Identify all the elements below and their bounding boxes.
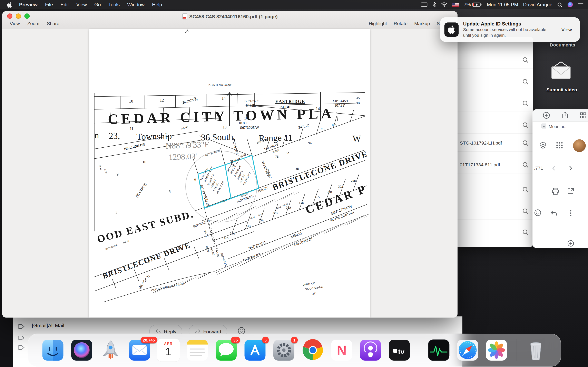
add-task-icon[interactable] — [567, 240, 575, 249]
browser-tab[interactable]: Mountai... — [541, 124, 568, 129]
apple-menu[interactable] — [4, 1, 15, 8]
zoom-icon[interactable] — [522, 140, 529, 148]
attachment-row[interactable] — [454, 75, 533, 90]
zoom-icon[interactable] — [522, 162, 529, 170]
dock-app-store[interactable]: 6 — [243, 338, 267, 362]
dock-calendar[interactable]: APR1 — [157, 338, 180, 362]
menu-edit[interactable]: Edit — [57, 2, 73, 8]
zoom-icon[interactable] — [522, 57, 529, 65]
input-language-flag-icon[interactable] — [452, 2, 459, 7]
attachment-row[interactable] — [454, 53, 533, 68]
dock-tv[interactable]: tv — [388, 338, 411, 362]
dock-messages[interactable]: 35 — [215, 338, 238, 362]
download-icon[interactable] — [543, 111, 550, 120]
notification-view-button[interactable]: View — [553, 17, 580, 42]
share-tool[interactable]: Share — [47, 21, 59, 26]
fast-user-switch[interactable]: David Araque — [523, 2, 552, 8]
menu-file[interactable]: File — [41, 2, 57, 8]
title-bar[interactable]: SC458 C4S 824040116160.pdf (1 page) View… — [2, 11, 458, 29]
pdf-viewport[interactable]: 23-36-11-NW-5W.pdfCEDAR CITY TOWN PLAn23… — [2, 29, 458, 317]
dock-news[interactable]: N — [330, 338, 353, 362]
dock-photos[interactable] — [485, 338, 508, 362]
map-label: 23, — [109, 131, 120, 141]
siri-menu-icon[interactable] — [567, 2, 573, 8]
desktop-file-envelope-icon[interactable] — [550, 61, 572, 81]
zoom-icon[interactable] — [522, 208, 529, 216]
markup-tool[interactable]: Markup — [414, 21, 430, 26]
map-label: 3 — [116, 210, 117, 214]
zoom-icon[interactable] — [522, 187, 529, 194]
attachment-row[interactable] — [454, 183, 533, 198]
zoom-icon[interactable] — [522, 100, 529, 108]
dock-podcasts[interactable] — [359, 338, 382, 362]
chevron-left-icon[interactable] — [550, 165, 557, 173]
map-label: S67°30'25"W — [205, 149, 220, 157]
chevron-right-icon[interactable] — [567, 165, 574, 173]
dock-system-settings[interactable]: 1 — [272, 338, 295, 362]
zoom-icon[interactable] — [522, 79, 529, 87]
apps-grid-icon[interactable] — [556, 142, 563, 150]
map-label: 10 — [129, 99, 133, 103]
dock-chrome[interactable] — [301, 338, 324, 362]
bluetooth-icon[interactable] — [432, 2, 436, 8]
notification-banner[interactable]: Update Apple ID Settings Some account se… — [440, 17, 580, 42]
rotate-tool[interactable]: Rotate — [394, 21, 407, 26]
display-icon[interactable] — [421, 2, 427, 7]
map-label: 35.46' — [99, 165, 102, 170]
map-label: 547.21' — [246, 104, 256, 107]
open-in-new-icon[interactable] — [567, 187, 575, 196]
wifi-icon[interactable] — [441, 2, 447, 7]
map-label: 98.96' — [210, 248, 215, 256]
menu-view[interactable]: View — [72, 2, 90, 8]
map-label: S67°30'25"W — [240, 126, 259, 129]
attachment-row[interactable] — [454, 118, 533, 133]
dock-safari[interactable] — [456, 338, 479, 362]
zoom-icon[interactable] — [522, 122, 529, 130]
more-vert-icon[interactable] — [568, 210, 574, 218]
avatar[interactable] — [573, 139, 586, 152]
menu-clock[interactable]: Mon 11:05 PM — [487, 2, 518, 8]
menu-tools[interactable]: Tools — [104, 2, 123, 8]
dock-siri[interactable] — [70, 338, 93, 362]
map-label: 5 — [169, 190, 171, 194]
calendar-month: APR — [157, 342, 180, 346]
map-label: 1405'(DEED) — [293, 237, 313, 247]
attachment-row[interactable] — [454, 205, 533, 220]
map-label: 14 — [316, 106, 320, 111]
dock-notes[interactable] — [186, 338, 209, 362]
attachment-row[interactable]: STG-101792-LH.pdf — [454, 136, 533, 152]
dock-launchpad[interactable] — [99, 338, 122, 362]
attachment-row[interactable] — [454, 97, 533, 112]
spotlight-search-icon[interactable] — [557, 2, 562, 7]
dock-finder[interactable] — [41, 338, 65, 362]
map-label: N67°28'15"E — [248, 240, 267, 250]
notification-body: Some account services will not be availa… — [463, 27, 553, 38]
reply-icon[interactable] — [550, 209, 558, 219]
zoom-tool[interactable]: Zoom — [27, 21, 39, 26]
desktop-stack-documents[interactable]: Documents — [545, 42, 580, 48]
share-icon[interactable] — [562, 111, 569, 120]
map-label: 8B — [295, 167, 299, 170]
settings-gear-icon[interactable] — [539, 141, 548, 151]
attachment-row[interactable]: 01T171334.811.pdf — [454, 158, 533, 173]
menu-go[interactable]: Go — [91, 2, 105, 8]
battery-status[interactable]: 7% — [464, 2, 482, 8]
window-title: SC458 C4S 824040116160.pdf (1 page) — [189, 14, 278, 19]
desktop-file-summit-video[interactable]: Summit video — [544, 87, 580, 92]
dock-mail[interactable]: 28,745 — [128, 338, 151, 362]
grid-view-icon[interactable] — [579, 111, 587, 120]
zoom-icon[interactable] — [522, 229, 529, 237]
attachment-row[interactable] — [454, 225, 533, 240]
dock-monitor-app[interactable] — [427, 338, 450, 362]
map-label: 16 — [244, 116, 248, 120]
print-icon[interactable] — [551, 187, 559, 197]
menu-window[interactable]: Window — [123, 2, 148, 8]
highlight-tool[interactable]: Highlight — [369, 21, 387, 26]
dock-trash[interactable] — [524, 338, 548, 362]
map-label: n — [95, 130, 99, 140]
notification-center-icon[interactable] — [578, 2, 584, 7]
menu-app-name[interactable]: Preview — [15, 2, 41, 8]
view-tool[interactable]: View — [10, 21, 20, 26]
emoji-icon[interactable] — [534, 209, 542, 218]
menu-help[interactable]: Help — [148, 2, 166, 8]
